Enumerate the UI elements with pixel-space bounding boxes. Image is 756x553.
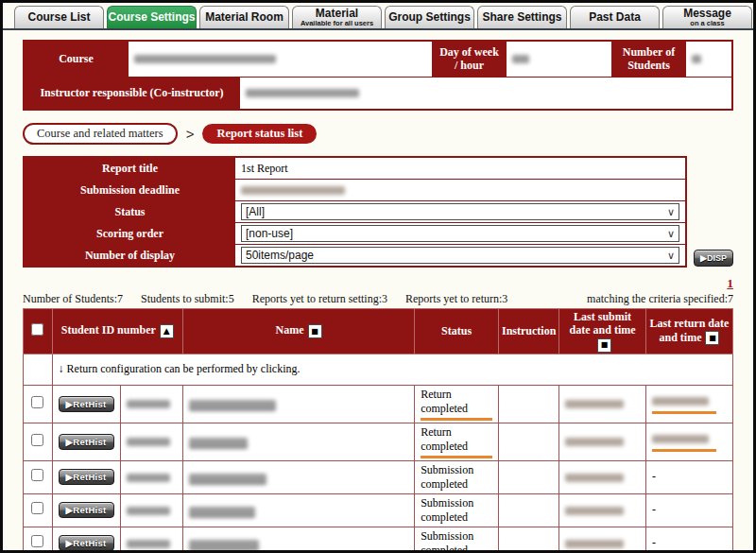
tab-label: Group Settings xyxy=(388,11,471,24)
tab-past-data[interactable]: Past Data xyxy=(570,6,660,28)
rethist-button[interactable]: ▶RetHist xyxy=(59,434,114,450)
tab-sublabel: Available for all users xyxy=(301,20,373,27)
rethist-button[interactable]: ▶RetHist xyxy=(59,535,114,551)
page-1-link[interactable]: 1 xyxy=(727,276,733,290)
student-name-link-redacted[interactable] xyxy=(189,474,266,482)
sort-ascending-icon[interactable]: ▲ xyxy=(160,324,174,338)
column-header-status: Status xyxy=(415,309,499,354)
submission-deadline-value xyxy=(235,180,685,200)
report-status-table: Student ID number▲Name■StatusInstruction… xyxy=(23,308,733,553)
table-row: ▶RetHistReturn completed xyxy=(24,385,733,423)
tab-bar: Course ListCourse SettingsMaterial RoomM… xyxy=(3,3,753,30)
table-row: ▶RetHistSubmission completed- xyxy=(24,493,733,527)
chevron-down-icon: ∨ xyxy=(667,204,675,220)
column-header-last-return-date-and-time: Last return date and time■ xyxy=(645,309,732,354)
table-row: ▶RetHistReturn completed xyxy=(24,423,733,460)
stat-item: Reports yet to return:3 xyxy=(405,292,507,306)
breadcrumb-report-status-list: Report status list xyxy=(202,124,317,144)
stat-item: Number of Students:7 xyxy=(23,292,123,306)
select-all-checkbox[interactable] xyxy=(31,323,43,336)
rethist-button[interactable]: ▶RetHist xyxy=(59,469,114,485)
column-header-label: Status xyxy=(441,324,472,337)
tab-material[interactable]: MaterialAvailable for all users xyxy=(292,6,382,28)
course-label: Course xyxy=(25,42,129,77)
tab-label: Message xyxy=(683,8,731,20)
filter-table: Report title 1st Report Submission deadl… xyxy=(23,156,687,268)
instruction-cell xyxy=(498,493,558,527)
number-of-display-select[interactable]: 50items/page ∨ xyxy=(241,247,679,264)
sort-toggle-icon[interactable]: ■ xyxy=(705,331,719,345)
status-text: Return completed xyxy=(421,388,492,421)
tab-label: Past Data xyxy=(589,11,641,24)
number-of-students-label: Number of Students xyxy=(612,42,686,77)
instruction-cell xyxy=(498,527,558,553)
report-title-value: 1st Report xyxy=(235,158,685,179)
student-id-redacted xyxy=(127,438,170,446)
number-of-students-value xyxy=(686,42,731,77)
submission-deadline-label: Submission deadline xyxy=(25,180,235,200)
sort-toggle-icon[interactable]: ■ xyxy=(308,324,322,338)
column-header-name: Name■ xyxy=(182,309,414,354)
breadcrumb-separator: > xyxy=(186,126,195,142)
tab-label: Material xyxy=(316,8,358,20)
scoring-order-label: Scoring order xyxy=(25,223,235,244)
tab-course-settings[interactable]: Course Settings xyxy=(107,6,197,28)
day-of-week-label: Day of week / hour xyxy=(433,42,507,77)
column-header-last-submit-date-and-time: Last submit date and time■ xyxy=(559,309,646,354)
tab-label: Share Settings xyxy=(482,11,561,24)
table-row: ▶RetHistSubmission completed- xyxy=(24,460,733,493)
instruction-cell xyxy=(498,423,558,460)
table-row: ▶RetHistSubmission completed- xyxy=(24,527,733,553)
last-submit-date-redacted xyxy=(565,400,624,408)
student-name-link-redacted[interactable] xyxy=(189,540,259,548)
student-name-link-redacted[interactable] xyxy=(189,507,255,515)
student-name-link-redacted[interactable] xyxy=(189,400,276,408)
rethist-button[interactable]: ▶RetHist xyxy=(59,502,114,518)
tab-share-settings[interactable]: Share Settings xyxy=(477,6,567,28)
status-select[interactable]: [All] ∨ xyxy=(241,203,679,220)
instructor-label: Instructor responsible (Co-instructor) xyxy=(25,78,240,109)
last-return-date-cell xyxy=(645,385,732,423)
tab-label: Course Settings xyxy=(109,11,196,24)
student-id-redacted xyxy=(127,540,170,548)
last-submit-date-redacted xyxy=(565,507,624,515)
stats-line: Number of Students:7Students to submit:5… xyxy=(23,292,733,306)
stat-matching-criteria: matching the criteria specified:7 xyxy=(587,292,733,306)
tab-material-room[interactable]: Material Room xyxy=(199,6,289,28)
tab-message[interactable]: Messageon a class xyxy=(662,6,752,28)
stat-item: Reports yet to return setting:3 xyxy=(252,292,387,306)
instruction-cell xyxy=(498,460,558,493)
course-value xyxy=(129,42,433,77)
tab-course-list[interactable]: Course List xyxy=(14,6,104,28)
last-return-date-cell xyxy=(645,423,732,460)
scoring-order-select-value: [non-use] xyxy=(246,227,293,240)
rethist-button[interactable]: ▶RetHist xyxy=(59,396,114,412)
instruction-cell xyxy=(498,385,558,423)
chevron-down-icon: ∨ xyxy=(667,226,675,242)
chevron-down-icon: ∨ xyxy=(667,248,675,264)
column-header-student-id-number: Student ID number▲ xyxy=(52,309,182,354)
last-return-date-cell: - xyxy=(645,493,732,527)
sort-toggle-icon[interactable]: ■ xyxy=(597,338,611,353)
last-return-date-redacted xyxy=(652,435,709,443)
breadcrumb-course-matters-button[interactable]: Course and related matters xyxy=(23,123,178,145)
scoring-order-select[interactable]: [non-use] ∨ xyxy=(241,225,679,242)
row-checkbox[interactable] xyxy=(31,396,43,408)
status-filter-label: Status xyxy=(25,201,235,222)
last-submit-date-redacted xyxy=(565,438,624,446)
disp-button[interactable]: ▶DISP xyxy=(694,250,733,267)
number-of-display-select-value: 50items/page xyxy=(246,249,314,262)
column-header-instruction: Instruction xyxy=(498,309,558,354)
last-return-date-cell: - xyxy=(645,527,732,553)
tab-sublabel: on a class xyxy=(690,20,724,27)
select-all-header-cell xyxy=(24,309,53,354)
tab-group-settings[interactable]: Group Settings xyxy=(385,6,474,28)
row-checkbox[interactable] xyxy=(31,469,43,481)
page-content: Course Day of week / hour Number of Stud… xyxy=(3,30,753,553)
row-checkbox[interactable] xyxy=(31,535,43,547)
row-checkbox[interactable] xyxy=(31,434,43,446)
day-of-week-value xyxy=(507,42,612,77)
row-checkbox[interactable] xyxy=(31,502,43,514)
last-submit-date-redacted xyxy=(565,474,624,482)
student-name-link-redacted[interactable] xyxy=(189,438,248,446)
